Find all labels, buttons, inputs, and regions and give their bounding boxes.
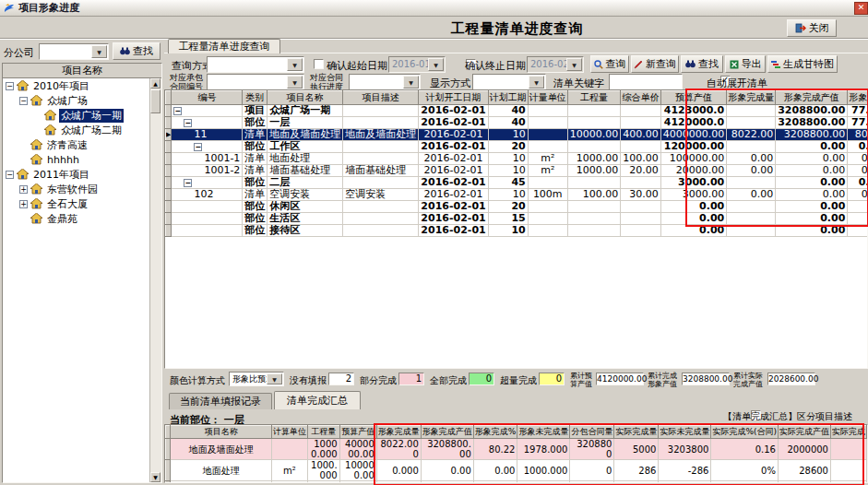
table-row[interactable]: 地面及墙面处理10000.0004000000.008022.000320880… <box>166 439 867 460</box>
table-row[interactable]: 地面处理m²1000.000100000.000.0000.000.001000… <box>166 460 867 481</box>
tree-item[interactable]: 金鼎苑 <box>3 211 150 226</box>
window-close-icon[interactable]: ✕ <box>854 2 868 15</box>
expand-icon[interactable]: + <box>19 200 28 208</box>
table-row[interactable]: 1001-2清单墙面基础处理墙面基础处理2016-02-0110m²1000.0… <box>166 165 868 177</box>
column-header[interactable]: 计划工期 <box>488 91 528 105</box>
new-search-button[interactable]: 新查询 <box>631 55 679 73</box>
magnifier-icon <box>594 60 603 69</box>
chevron-down-icon[interactable]: ▼ <box>91 45 107 58</box>
scroll-thumb[interactable] <box>150 89 161 113</box>
column-header[interactable]: 形象完成量 <box>727 91 776 105</box>
column-header[interactable]: 项目名称 <box>268 91 343 105</box>
collapse-icon[interactable]: − <box>173 107 182 115</box>
expand-icon[interactable]: + <box>19 185 28 194</box>
cell: 0.00 <box>711 481 779 484</box>
column-header[interactable]: 预算产值 <box>339 426 376 439</box>
chevron-down-icon[interactable]: ▼ <box>267 373 282 384</box>
query-mode-combo[interactable]: ▼ <box>207 56 304 73</box>
column-header[interactable]: 编号 <box>172 91 243 105</box>
table-row[interactable]: 墙面基础处理m²1000.00020000.000.0000.000.00100… <box>166 481 867 484</box>
chevron-down-icon[interactable]: ▼ <box>566 58 582 71</box>
column-header[interactable]: 工程量 <box>307 426 339 439</box>
collapse-icon[interactable]: − <box>6 171 14 179</box>
column-header[interactable]: 实际完成产值 <box>778 426 830 439</box>
house-icon <box>30 183 42 195</box>
close-button[interactable]: 关闭 <box>787 19 837 37</box>
app-window: 项目形象进度 ✕ 工程量清单进度查询 关闭 分公司 ▼ 查找 项目名称 −201… <box>0 0 868 485</box>
confirm-start-checkbox[interactable] <box>314 59 324 69</box>
start-date-picker[interactable]: 2016-01-30 ▼ <box>388 56 446 73</box>
column-header[interactable]: 实际完成量 <box>614 426 659 439</box>
column-header[interactable]: 形象未完成量 <box>517 426 570 439</box>
table-row[interactable]: 1001-1清单地面处理2016-02-0110m²1000.00100.001… <box>166 153 868 165</box>
chevron-down-icon[interactable]: ▼ <box>287 76 303 89</box>
column-header[interactable]: 实际完成 <box>830 426 866 439</box>
tree-item[interactable]: 众城广场一期 <box>3 108 150 123</box>
current-row-indicator[interactable]: ▶ <box>166 129 172 141</box>
tree-item[interactable]: −众城广场 <box>3 93 150 108</box>
column-header[interactable]: 项目名称 <box>171 426 272 439</box>
column-header[interactable]: 综合单价 <box>621 91 661 105</box>
gantt-button-label: 生成甘特图 <box>783 57 834 71</box>
chevron-down-icon[interactable]: ▼ <box>403 76 419 89</box>
column-header[interactable]: 计算单位 <box>271 426 307 439</box>
tab-summary[interactable]: 清单完成汇总 <box>274 391 361 409</box>
collapse-icon[interactable]: − <box>19 97 28 105</box>
keyword-input[interactable] <box>609 74 683 90</box>
table-row[interactable]: −部位一层2016-02-01404120000.03208800.0077.8… <box>166 117 868 129</box>
column-header[interactable]: 预算产值 <box>660 91 726 105</box>
collapse-icon[interactable]: − <box>184 119 192 127</box>
sidebar-search-button[interactable]: 查找 <box>113 42 161 60</box>
tab-current-records[interactable]: 当前清单填报记录 <box>169 393 272 409</box>
contract-progress-combo[interactable]: ▼ <box>349 74 421 90</box>
tab-progress-query[interactable]: 工程量清单进度查询 <box>168 39 280 53</box>
table-row[interactable]: −部位工作区2016-02-0120120000.000.000.00% <box>166 141 868 153</box>
scroll-down-icon[interactable]: ▼ <box>150 472 161 482</box>
display-mode-combo[interactable]: ▼ <box>472 74 546 90</box>
tree-item[interactable]: 众城广场二期 <box>3 123 150 137</box>
column-header[interactable]: 实际完成%(合同) <box>711 426 779 439</box>
column-header[interactable]: 计量单位 <box>528 91 567 105</box>
column-header[interactable]: 形象完成量 <box>376 426 421 439</box>
table-row[interactable]: 部位休闲区2016-02-01200.000.00 <box>166 201 868 213</box>
column-header[interactable]: 项目描述 <box>343 91 419 105</box>
tree-item[interactable]: 济青高速 <box>3 137 150 152</box>
color-mode-combo[interactable]: 形象比预算 ▼ <box>229 372 284 386</box>
column-header[interactable]: 计划开工日期 <box>419 91 488 105</box>
chevron-down-icon[interactable]: ▼ <box>287 58 303 71</box>
tree-item[interactable]: +全石大厦 <box>3 196 150 211</box>
search-button[interactable]: 查询 <box>590 55 629 73</box>
table-row[interactable]: −项目众城广场一期2016-02-01404123000.03208800.00… <box>166 105 868 117</box>
end-date-picker[interactable]: 2016-02-29 ▼ <box>527 56 584 73</box>
collapse-icon[interactable]: − <box>184 179 192 187</box>
contract-no-combo[interactable]: ▼ <box>207 74 304 90</box>
tree-item[interactable]: −2011年项目 <box>3 167 150 182</box>
export-button[interactable]: 导出 <box>725 55 766 73</box>
collapse-icon[interactable]: − <box>194 143 202 151</box>
chevron-down-icon[interactable]: ▼ <box>428 58 444 71</box>
column-header[interactable]: 分包合同量 <box>570 426 614 439</box>
table-row[interactable]: 102清单空调安装空调安装2016-02-0110100m100.0030.00… <box>166 189 868 201</box>
collapse-icon[interactable]: − <box>6 82 14 90</box>
column-header[interactable]: 类别 <box>243 91 268 105</box>
find-button[interactable]: 查找 <box>681 55 723 73</box>
column-header[interactable]: 形象完成% <box>473 426 517 439</box>
column-header[interactable]: 形象完成产值 <box>776 91 848 105</box>
column-header[interactable]: 实际未完成量 <box>659 426 711 439</box>
table-row[interactable]: ▶11清单地面及墙面处理地面及墙面处理2016-02-011010000.004… <box>166 129 868 141</box>
tree-scrollbar[interactable]: ▲ ▼ <box>149 78 161 482</box>
cell: 部位 <box>243 177 268 189</box>
table-row[interactable]: 部位接待区2016-02-01100.000.00 <box>166 225 868 237</box>
table-row[interactable]: −部位二层2016-02-01453000.000.000.00% <box>166 177 868 189</box>
branch-combo[interactable]: ▼ <box>39 43 109 60</box>
scroll-up-icon[interactable]: ▲ <box>150 78 161 89</box>
chevron-down-icon[interactable]: ▼ <box>529 76 544 89</box>
tree-item[interactable]: +东营软件园 <box>3 182 150 196</box>
tree-item[interactable]: hhhhh <box>3 152 150 167</box>
tree-item[interactable]: −2010年项目 <box>3 78 150 93</box>
column-header[interactable]: 形象完成产值 <box>421 426 473 439</box>
column-header[interactable]: 形象完成% <box>848 91 868 105</box>
gantt-button[interactable]: 生成甘特图 <box>767 55 838 73</box>
table-row[interactable]: 部位生活区2016-02-01150.000.00 <box>166 213 868 225</box>
column-header[interactable]: 工程量 <box>567 91 621 105</box>
